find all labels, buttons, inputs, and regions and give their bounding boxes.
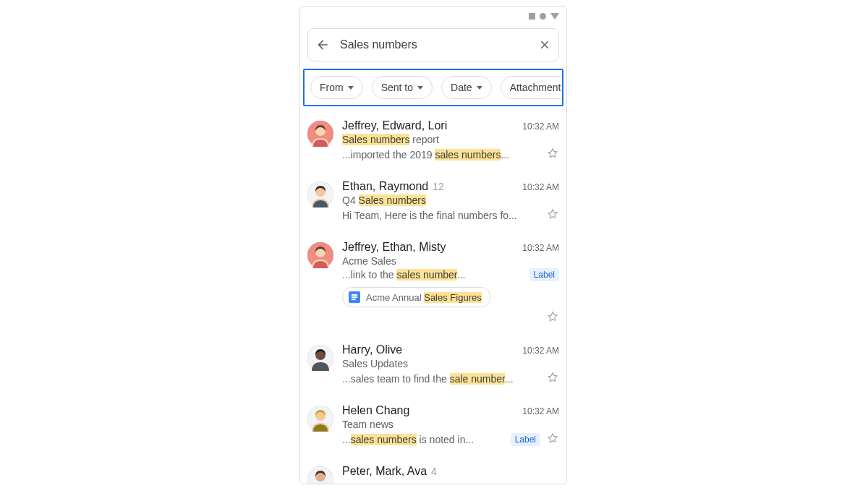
status-bar bbox=[300, 7, 566, 24]
label-badge[interactable]: Label bbox=[529, 268, 559, 281]
timestamp: 10:32 AM bbox=[522, 121, 559, 132]
timestamp: 10:32 AM bbox=[522, 406, 559, 416]
highlight-span: sale number bbox=[450, 373, 505, 385]
chip-label: Sent to bbox=[381, 82, 413, 93]
status-circle-icon bbox=[540, 13, 546, 20]
star-icon[interactable] bbox=[546, 207, 559, 223]
text-span: ... bbox=[457, 269, 466, 281]
result-body: Jeffrey, Edward, Lori10:32 AMSales numbe… bbox=[342, 119, 559, 163]
text-span: Acme Sales bbox=[342, 255, 396, 267]
timestamp: 10:32 AM bbox=[522, 346, 559, 356]
highlight-span: sales numbers bbox=[351, 434, 417, 445]
highlight-span: Sales Figures bbox=[424, 292, 481, 303]
highlight-span: Sales numbers bbox=[359, 194, 426, 206]
senders: Jeffrey, Ethan, Misty bbox=[342, 241, 446, 254]
filter-chip-sent-to[interactable]: Sent to bbox=[372, 76, 433, 99]
chevron-down-icon bbox=[477, 86, 482, 90]
result-body: Ethan, Raymond1210:32 AMQ4 Sales numbers… bbox=[342, 180, 559, 223]
filter-chip-from[interactable]: From bbox=[310, 76, 363, 99]
highlight-span: sales number bbox=[396, 269, 456, 281]
text-span: Acme Annual bbox=[366, 292, 424, 303]
text-span: ... bbox=[501, 149, 509, 160]
snippet: ...sales team to find the sale number... bbox=[342, 373, 540, 385]
chip-label: Date bbox=[451, 82, 472, 93]
text-span: ...imported the 2019 bbox=[342, 149, 435, 160]
timestamp: 10:32 AM bbox=[522, 243, 559, 253]
avatar bbox=[307, 406, 333, 432]
subject: Sales numbers report bbox=[342, 134, 559, 145]
text-span: Sales Updates bbox=[342, 358, 408, 369]
subject: Q4 Sales numbers bbox=[342, 194, 559, 206]
back-arrow-icon[interactable] bbox=[315, 38, 330, 52]
highlight-span: sales numbers bbox=[435, 149, 501, 160]
senders: Helen Chang bbox=[342, 404, 409, 417]
text-span: ...link to the bbox=[342, 269, 396, 281]
mobile-frame: FromSent toDateAttachment Jeffrey, Edwar… bbox=[299, 6, 567, 484]
filter-chip-date[interactable]: Date bbox=[441, 76, 492, 99]
text-span: Team news bbox=[342, 419, 393, 430]
snippet: ...link to the sales number... bbox=[342, 269, 524, 281]
snippet: ...imported the 2019 sales numbers... bbox=[342, 149, 540, 160]
result-item[interactable]: Ethan, Raymond1210:32 AMQ4 Sales numbers… bbox=[307, 173, 559, 234]
chevron-down-icon bbox=[348, 86, 354, 90]
chip-label: Attachment bbox=[510, 82, 561, 93]
avatar bbox=[307, 121, 333, 147]
result-body: Peter, Mark, Ava4 bbox=[342, 465, 559, 484]
result-body: Harry, Olive10:32 AMSales Updates...sale… bbox=[342, 343, 559, 387]
senders: Peter, Mark, Ava bbox=[342, 465, 427, 478]
senders: Ethan, Raymond bbox=[342, 180, 428, 193]
result-item[interactable]: Harry, Olive10:32 AMSales Updates...sale… bbox=[307, 336, 559, 397]
star-icon[interactable] bbox=[546, 432, 559, 448]
docs-icon bbox=[349, 291, 360, 303]
text-span: ... bbox=[505, 373, 514, 385]
highlight-span: Sales numbers bbox=[342, 134, 409, 145]
status-triangle-icon bbox=[550, 13, 559, 20]
result-item[interactable]: Peter, Mark, Ava4 bbox=[307, 458, 559, 484]
snippet: ...sales numbers is noted in... bbox=[342, 434, 505, 445]
result-body: Jeffrey, Ethan, Misty10:32 AMAcme Sales.… bbox=[342, 241, 559, 326]
star-icon[interactable] bbox=[546, 147, 559, 163]
attachment-name: Acme Annual Sales Figures bbox=[366, 292, 482, 303]
subject: Sales Updates bbox=[342, 358, 559, 369]
senders: Harry, Olive bbox=[342, 343, 402, 356]
snippet: Hi Team, Here is the final numbers fo... bbox=[342, 210, 540, 221]
search-bar bbox=[307, 28, 559, 61]
attachment-chip[interactable]: Acme Annual Sales Figures bbox=[342, 287, 491, 307]
avatar bbox=[307, 466, 333, 484]
avatar bbox=[307, 345, 333, 371]
result-item[interactable]: Jeffrey, Ethan, Misty10:32 AMAcme Sales.… bbox=[307, 234, 559, 336]
text-span: ...sales team to find the bbox=[342, 373, 450, 385]
result-body: Helen Chang10:32 AMTeam news...sales num… bbox=[342, 404, 559, 448]
senders: Jeffrey, Edward, Lori bbox=[342, 119, 447, 132]
clear-search-icon[interactable] bbox=[538, 38, 551, 51]
result-item[interactable]: Jeffrey, Edward, Lori10:32 AMSales numbe… bbox=[307, 112, 559, 173]
chip-label: From bbox=[320, 82, 344, 93]
text-span: Q4 bbox=[342, 194, 359, 206]
text-span: Hi Team, Here is the final numbers fo... bbox=[342, 210, 517, 221]
star-icon[interactable] bbox=[546, 310, 559, 326]
thread-count: 4 bbox=[431, 466, 437, 477]
star-icon[interactable] bbox=[546, 371, 559, 387]
text-span: ... bbox=[342, 434, 351, 445]
result-item[interactable]: Helen Chang10:32 AMTeam news...sales num… bbox=[307, 397, 559, 458]
filter-chip-row: FromSent toDateAttachment bbox=[303, 69, 563, 106]
text-span: report bbox=[409, 134, 438, 145]
status-square-icon bbox=[529, 13, 535, 20]
timestamp: 10:32 AM bbox=[522, 182, 559, 192]
avatar bbox=[307, 181, 333, 207]
subject: Team news bbox=[342, 419, 559, 430]
label-badge[interactable]: Label bbox=[511, 433, 540, 446]
text-span: is noted in... bbox=[417, 434, 474, 445]
search-input[interactable] bbox=[339, 38, 529, 52]
results-list: Jeffrey, Edward, Lori10:32 AMSales numbe… bbox=[300, 112, 566, 484]
thread-count: 12 bbox=[433, 181, 444, 192]
chevron-down-icon bbox=[417, 86, 423, 90]
subject: Acme Sales bbox=[342, 255, 559, 267]
avatar bbox=[307, 242, 333, 268]
filter-chip-attachment[interactable]: Attachment bbox=[501, 76, 563, 99]
